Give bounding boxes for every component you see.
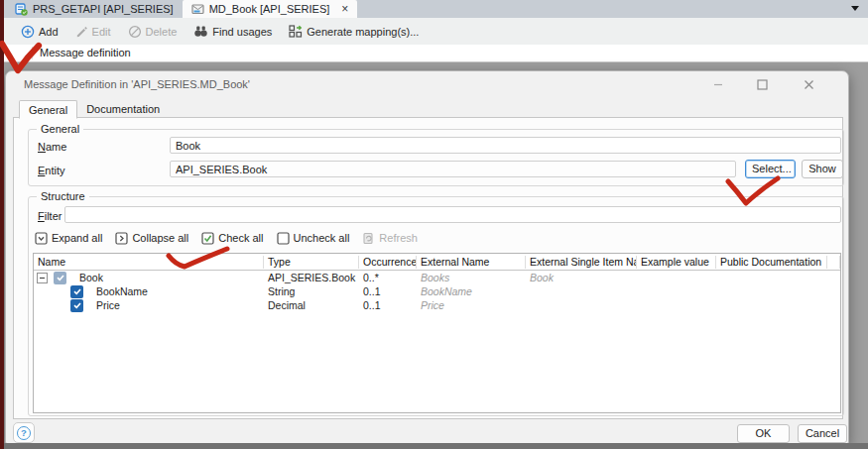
find-usages-label: Find usages [212, 26, 272, 38]
row-external-single-item-name: Book [526, 272, 637, 283]
general-groupbox: General Name Entity Select... Show [28, 129, 844, 186]
name-cell: Book [34, 272, 264, 284]
collapse-all-button[interactable]: Collapse all [115, 232, 188, 245]
generate-mapping-icon [289, 25, 303, 38]
row-type: API_SERIES.Book [264, 272, 359, 283]
refresh-label: Refresh [379, 232, 418, 244]
structure-table-header: Name Type Occurrence External Name Exter… [34, 254, 840, 271]
tab-general[interactable]: General [19, 100, 77, 119]
name-input[interactable] [170, 137, 841, 154]
row-type: String [264, 285, 359, 297]
row-external-name: Books [417, 272, 526, 283]
collapse-all-label: Collapse all [132, 232, 188, 244]
message-definition-icon [191, 3, 204, 15]
row-external-name: BookName [417, 285, 526, 297]
tab-list-dropdown-icon[interactable] [851, 6, 859, 11]
generate-mappings-label: Generate mapping(s)... [307, 26, 419, 38]
uncheck-all-label: Uncheck all [294, 232, 350, 244]
check-all-label: Check all [218, 232, 263, 244]
editor-toolbar: Add Edit Delete Find usages Generate map… [0, 18, 868, 45]
tab-label: PRS_GETAPI [API_SERIES] [33, 3, 174, 15]
col-filler [827, 256, 840, 269]
check-all-icon [201, 232, 214, 245]
tab-prs-getapi[interactable]: PRS_GETAPI [API_SERIES] [6, 0, 183, 18]
select-entity-button[interactable]: Select... [745, 160, 796, 178]
generate-mappings-button[interactable]: Generate mapping(s)... [289, 25, 419, 38]
name-cell: BookName [34, 285, 264, 298]
col-external-name[interactable]: External Name [417, 256, 526, 269]
col-occurrence[interactable]: Occurrence [359, 256, 417, 269]
structure-groupbox: Structure Filter Expand all Collapse all… [28, 196, 844, 416]
binoculars-icon [193, 25, 208, 38]
filter-label: Filter [38, 210, 62, 222]
structure-legend: Structure [37, 190, 89, 202]
col-example-value[interactable]: Example value [637, 256, 716, 269]
minimize-icon[interactable] [704, 74, 732, 94]
tab-documentation[interactable]: Documentation [77, 100, 169, 119]
close-dialog-icon[interactable] [795, 74, 822, 94]
row-name: Book [79, 272, 103, 283]
general-legend: General [37, 123, 83, 135]
maximize-icon[interactable] [748, 74, 776, 94]
row-type: Decimal [264, 299, 359, 311]
message-definition-dialog: Message Definition in 'API_SERIES.MD_Boo… [5, 70, 849, 444]
table-row-book[interactable]: Book API_SERIES.Book 0..* Books Book [34, 271, 840, 284]
checkbox-bookname[interactable] [70, 285, 83, 298]
col-public-documentation[interactable]: Public Documentation [716, 256, 827, 269]
window-bottom-edge [0, 443, 868, 449]
add-icon [21, 25, 35, 39]
uncheck-all-icon [277, 232, 290, 245]
add-button[interactable]: Add [21, 25, 59, 39]
delete-icon [128, 25, 142, 39]
col-external-single-item-name[interactable]: External Single Item Name [526, 256, 637, 269]
delete-label: Delete [146, 26, 178, 38]
edit-button[interactable]: Edit [75, 25, 111, 38]
refresh-button[interactable]: Refresh [362, 232, 418, 245]
col-name[interactable]: Name [34, 256, 264, 269]
expand-all-icon [35, 232, 48, 245]
tab-label: MD_Book [API_SERIES] [209, 3, 330, 15]
delete-button[interactable]: Delete [128, 25, 178, 39]
structure-table: Name Type Occurrence External Name Exter… [33, 253, 841, 413]
name-cell: Price [34, 299, 264, 312]
cancel-button[interactable]: Cancel [798, 424, 847, 443]
ok-button[interactable]: OK [737, 424, 790, 443]
col-type[interactable]: Type [264, 256, 359, 269]
uncheck-all-button[interactable]: Uncheck all [277, 232, 350, 245]
check-all-button[interactable]: Check all [201, 232, 263, 245]
row-occurrence: 0..1 [359, 285, 417, 297]
table-row-price[interactable]: Price Decimal 0..1 Price [34, 298, 840, 312]
structure-toolbar: Expand all Collapse all Check all Unchec… [35, 228, 418, 248]
filter-input[interactable] [64, 206, 841, 223]
left-edge-strip [0, 0, 4, 449]
show-entity-button[interactable]: Show [802, 160, 843, 178]
edit-label: Edit [92, 26, 111, 38]
collapse-all-icon [115, 232, 128, 245]
entity-input [170, 161, 736, 177]
entity-label: Entity [38, 165, 65, 176]
checkbox-book[interactable] [54, 272, 66, 284]
row-name: Price [96, 299, 120, 311]
published-service-icon [15, 3, 28, 16]
name-label: Name [38, 141, 66, 153]
dialog-tab-page: General Name Entity Select... Show Struc… [13, 117, 843, 419]
help-button[interactable]: ? [13, 422, 35, 443]
row-external-name: Price [417, 299, 526, 311]
collapse-row-icon[interactable] [37, 273, 48, 283]
help-icon: ? [17, 426, 31, 440]
dialog-tab-strip: General Documentation [19, 100, 169, 119]
find-usages-button[interactable]: Find usages [193, 25, 272, 38]
tab-md-book[interactable]: MD_Book [API_SERIES] × [183, 0, 358, 18]
screenshot-root: PRS_GETAPI [API_SERIES] MD_Book [API_SER… [0, 0, 868, 449]
row-name: BookName [96, 285, 148, 297]
editor-tab-bar: PRS_GETAPI [API_SERIES] MD_Book [API_SER… [0, 0, 868, 18]
dialog-title: Message Definition in 'API_SERIES.MD_Boo… [24, 78, 250, 90]
checkbox-price[interactable] [70, 299, 83, 312]
refresh-icon [362, 232, 375, 245]
table-row-bookname[interactable]: BookName String 0..1 BookName [34, 284, 840, 298]
expand-all-label: Expand all [52, 232, 102, 244]
close-tab-icon[interactable]: × [341, 4, 348, 14]
expand-all-button[interactable]: Expand all [35, 232, 102, 245]
message-definition-column-header: Message definition [4, 45, 868, 62]
row-occurrence: 0..1 [359, 299, 417, 311]
